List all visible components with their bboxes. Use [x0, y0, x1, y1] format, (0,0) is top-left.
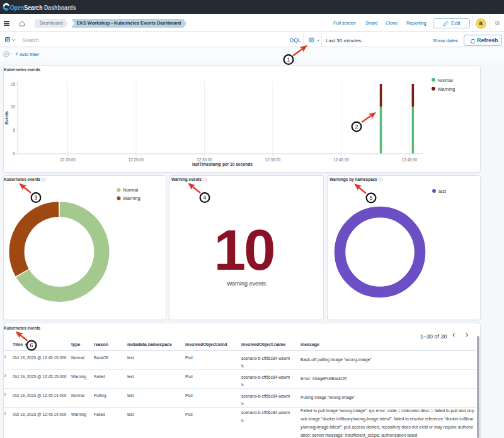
- svg-text:Normal: Normal: [438, 78, 454, 83]
- svg-text:12:45:00: 12:45:00: [402, 158, 418, 162]
- svg-text:12:40:00: 12:40:00: [333, 158, 349, 162]
- svg-text:Warning: Warning: [438, 86, 455, 92]
- svg-text:5: 5: [13, 128, 15, 132]
- svg-text:Events: Events: [4, 111, 9, 125]
- svg-text:10: 10: [11, 105, 16, 109]
- svg-text:lastTimestamp per 10 seconds: lastTimestamp per 10 seconds: [192, 162, 253, 167]
- svg-text:0: 0: [13, 151, 15, 156]
- svg-text:15: 15: [11, 82, 16, 86]
- svg-text:Warning: Warning: [123, 195, 140, 201]
- svg-text:12:35:00: 12:35:00: [265, 158, 281, 162]
- svg-text:Normal: Normal: [123, 187, 139, 193]
- svg-text:12:20:00: 12:20:00: [60, 158, 76, 162]
- svg-text:test: test: [438, 188, 447, 194]
- svg-text:12:25:00: 12:25:00: [129, 158, 144, 162]
- svg-text:12:30:00: 12:30:00: [197, 158, 212, 162]
